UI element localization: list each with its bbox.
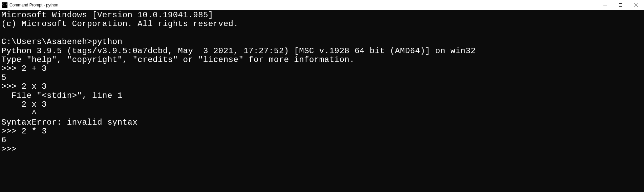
minimize-button[interactable] <box>597 0 613 10</box>
window-controls <box>597 0 644 10</box>
close-button[interactable] <box>628 0 644 10</box>
terminal-line: Type "help", "copyright", "credits" or "… <box>1 55 355 64</box>
command-prompt-icon <box>2 2 7 8</box>
terminal-line: ^ <box>1 109 37 118</box>
terminal-line: >>> 2 * 3 <box>1 127 47 136</box>
close-icon <box>635 3 638 7</box>
window-title: Command Prompt - python <box>9 3 58 7</box>
terminal-line: >>> <box>1 145 17 154</box>
terminal-line: SyntaxError: invalid syntax <box>1 118 137 127</box>
terminal-line: 6 <box>1 135 6 145</box>
terminal-line: 5 <box>1 73 6 82</box>
terminal-line: Microsoft Windows [Version 10.0.19041.98… <box>1 10 213 20</box>
svg-rect-1 <box>619 3 622 6</box>
terminal-line: File "<stdin>", line 1 <box>1 91 123 100</box>
terminal-line: Python 3.9.5 (tags/v3.9.5:0a7dcbd, May 3… <box>1 46 476 56</box>
terminal-line: C:\Users\Asabeneh>python <box>1 37 123 46</box>
window-titlebar: Command Prompt - python <box>0 0 644 10</box>
terminal-output[interactable]: Microsoft Windows [Version 10.0.19041.98… <box>0 10 644 192</box>
minimize-icon <box>603 3 607 7</box>
terminal-line: 2 x 3 <box>1 100 47 109</box>
terminal-line: (c) Microsoft Corporation. All rights re… <box>1 19 238 28</box>
terminal-line: >>> 2 + 3 <box>1 64 47 73</box>
terminal-line: >>> 2 x 3 <box>1 82 47 91</box>
maximize-icon <box>619 3 622 7</box>
maximize-button[interactable] <box>613 0 628 10</box>
titlebar-left: Command Prompt - python <box>0 2 58 8</box>
